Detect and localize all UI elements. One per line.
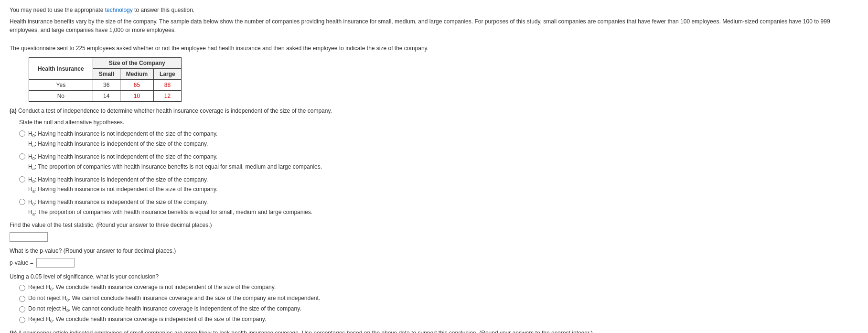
hypothesis-3-h0: H0: Having health insurance is independe… xyxy=(28,175,217,185)
part-b-label: (b) xyxy=(10,330,17,333)
table-row-yes: Yes 36 65 88 xyxy=(29,80,182,91)
table-col-small: Small xyxy=(93,69,120,80)
test-statistic-input[interactable] xyxy=(10,232,48,242)
conclusion-4-text: Reject H0. We conclude health insurance … xyxy=(28,316,266,323)
part-b-question-text: A newspaper article indicated employees … xyxy=(18,330,593,333)
hypothesis-1-ha: Ha: Having health insurance is independe… xyxy=(28,140,217,150)
intro-para1: Health insurance benefits vary by the si… xyxy=(10,17,858,34)
conclusion-radio-group: Reject H0. We conclude health insurance … xyxy=(19,284,858,324)
table-yes-small: 36 xyxy=(93,80,120,91)
intro-para2: The questionnaire sent to 225 employees … xyxy=(10,44,858,53)
conclusion-option-1: Reject H0. We conclude health insurance … xyxy=(19,284,858,291)
table-no-label: No xyxy=(29,91,93,102)
intro-line1: You may need to use the appropriate tech… xyxy=(10,6,858,14)
hypothesis-radio-2[interactable] xyxy=(19,153,25,160)
table-no-large: 12 xyxy=(154,91,182,102)
conclusion-radio-4[interactable] xyxy=(19,317,25,323)
hypothesis-2-h0: H0: Having health insurance is not indep… xyxy=(28,152,322,162)
table-yes-large: 88 xyxy=(154,80,182,91)
part-a-question-text: Conduct a test of independence to determ… xyxy=(18,107,332,114)
table-col-large: Large xyxy=(154,69,182,80)
conclusion-2-text: Do not reject H0. We cannot conclude hea… xyxy=(28,295,320,302)
hypothesis-1-h0: H0: Having health insurance is not indep… xyxy=(28,129,217,140)
table-row-header: Health Insurance xyxy=(29,58,93,80)
conclusion-option-4: Reject H0. We conclude health insurance … xyxy=(19,316,858,323)
table-yes-medium: 65 xyxy=(120,80,153,91)
p-value-prefix: p-value = xyxy=(10,259,33,266)
state-hypotheses: State the null and alternative hypothese… xyxy=(19,118,858,127)
p-value-input[interactable] xyxy=(36,258,75,268)
p-value-label: What is the p-value? (Round your answer … xyxy=(10,247,858,255)
table-row-no: No 14 10 12 xyxy=(29,91,182,102)
table-col-medium: Medium xyxy=(120,69,153,80)
part-b: (b) A newspaper article indicated employ… xyxy=(10,329,858,333)
conclusion-3-text: Do not reject H0. We cannot conclude hea… xyxy=(28,305,301,313)
hypothesis-radio-4[interactable] xyxy=(19,199,25,205)
hypothesis-3-ha: Ha: Having health insurance is not indep… xyxy=(28,185,217,195)
table-no-medium: 10 xyxy=(120,91,153,102)
hypothesis-radio-1[interactable] xyxy=(19,130,25,137)
part-a-label: (a) xyxy=(10,107,17,114)
part-a-question: (a) Conduct a test of independence to de… xyxy=(10,107,858,115)
find-statistic-label: Find the value of the test statistic. (R… xyxy=(10,221,858,229)
conclusion-option-3: Do not reject H0. We cannot conclude hea… xyxy=(19,305,858,313)
table-yes-label: Yes xyxy=(29,80,93,91)
hypothesis-option-2: H0: Having health insurance is not indep… xyxy=(19,152,858,172)
data-table: Health Insurance Size of the Company Sma… xyxy=(29,57,182,102)
hypothesis-2-ha: Ha: The proportion of companies with hea… xyxy=(28,162,322,172)
conclusion-radio-3[interactable] xyxy=(19,306,25,312)
data-table-container: Health Insurance Size of the Company Sma… xyxy=(29,57,858,102)
conclusion-radio-2[interactable] xyxy=(19,296,25,302)
hypothesis-option-1: H0: Having health insurance is not indep… xyxy=(19,129,858,150)
hypothesis-radio-3[interactable] xyxy=(19,176,25,183)
table-no-small: 14 xyxy=(93,91,120,102)
hypothesis-option-4: H0: Having health insurance is independe… xyxy=(19,198,858,218)
conclusion-option-2: Do not reject H0. We cannot conclude hea… xyxy=(19,295,858,302)
part-b-question: (b) A newspaper article indicated employ… xyxy=(10,329,858,333)
hypothesis-4-h0: H0: Having health insurance is independe… xyxy=(28,198,312,208)
conclusion-1-text: Reject H0. We conclude health insurance … xyxy=(28,284,276,291)
table-size-header: Size of the Company xyxy=(93,58,181,69)
hypothesis-radio-group: H0: Having health insurance is not indep… xyxy=(19,129,858,218)
technology-link[interactable]: technology xyxy=(105,7,133,13)
table-header-row1: Health Insurance Size of the Company xyxy=(29,58,182,69)
conclusion-label: Using a 0.05 level of significance, what… xyxy=(10,272,858,281)
hypothesis-option-3: H0: Having health insurance is independe… xyxy=(19,175,858,195)
hypothesis-4-ha: Ha: The proportion of companies with hea… xyxy=(28,208,312,218)
conclusion-radio-1[interactable] xyxy=(19,285,25,291)
